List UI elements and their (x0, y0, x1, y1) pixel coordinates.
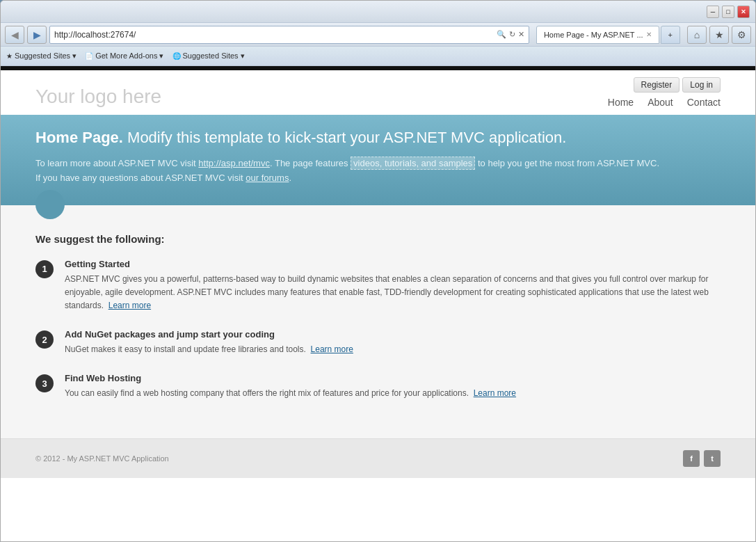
page-area: Your logo here Register Log in Home Abou… (1, 66, 755, 541)
header-right: Register Log in Home About Contact (608, 77, 721, 108)
address-icons: 🔍 ↻ ✕ (497, 30, 524, 39)
step-link-3[interactable]: Learn more (474, 388, 516, 398)
favorites-button[interactable]: ★ (709, 26, 729, 44)
site-logo: Your logo here (35, 86, 161, 108)
site-container: Your logo here Register Log in Home Abou… (1, 70, 755, 541)
search-icon: 🔍 (497, 30, 506, 39)
twitter-icon[interactable]: t (704, 450, 721, 467)
step-link-2[interactable]: Learn more (311, 344, 353, 354)
step-number-1: 1 (35, 260, 54, 278)
close-nav-icon[interactable]: ✕ (518, 30, 524, 39)
hero-bubble (35, 190, 65, 219)
nav-right-icons: ⌂ ★ ⚙ (687, 26, 751, 44)
hero-desc1: To learn more about ASP.NET MVC visit (35, 158, 198, 168)
main-content: We suggest the following: 1 Getting Star… (1, 205, 755, 438)
suggest-title: We suggest the following: (35, 233, 721, 245)
minimize-button[interactable]: ─ (707, 6, 719, 18)
fav-item-3[interactable]: 🌐 Suggested Sites ▾ (172, 51, 245, 61)
step-content-3: Find Web Hosting You can easily find a w… (65, 373, 516, 400)
step-desc-text-2: NuGet makes it easy to install and updat… (65, 344, 306, 354)
auth-links: Register Log in (634, 77, 721, 93)
nav-home[interactable]: Home (608, 97, 634, 108)
fav-item-2[interactable]: 📄 Get More Add-ons ▾ (85, 51, 163, 61)
refresh-icon[interactable]: ↻ (509, 30, 515, 39)
fav-star-icon-1: ★ (6, 52, 13, 60)
step-desc-3: You can easily find a web hosting compan… (65, 387, 516, 400)
fav-doc-icon: 📄 (85, 52, 93, 60)
fav-label-2: Get More Add-ons ▾ (95, 51, 163, 61)
register-button[interactable]: Register (634, 77, 680, 93)
hero-title-bold: Home Page. (35, 129, 123, 146)
active-tab[interactable]: Home Page - My ASP.NET ... ✕ (536, 26, 659, 44)
login-button[interactable]: Log in (682, 77, 721, 93)
hero-title: Home Page. Modify this template to kick-… (35, 129, 721, 147)
address-bar[interactable]: http://localhost:27674/ 🔍 ↻ ✕ (49, 26, 529, 44)
hero-title-rest: Modify this template to kick-start your … (127, 129, 566, 146)
tab-label: Home Page - My ASP.NET ... (544, 31, 643, 39)
nav-contact[interactable]: Contact (687, 97, 721, 108)
step-number-2: 2 (35, 330, 54, 349)
step-item-1: 1 Getting Started ASP.NET MVC gives you … (35, 259, 721, 313)
step-content-2: Add NuGet packages and jump start your c… (65, 329, 353, 356)
tab-close-button[interactable]: ✕ (646, 31, 652, 38)
step-link-1[interactable]: Learn more (108, 301, 151, 310)
step-desc-1: ASP.NET MVC gives you a powerful, patter… (65, 273, 721, 313)
maximize-button[interactable]: □ (722, 6, 734, 18)
fav-label-1: Suggested Sites ▾ (15, 51, 77, 61)
hero-link-mvc[interactable]: http://asp.net/mvc (198, 158, 270, 168)
hero-text: To learn more about ASP.NET MVC visit ht… (35, 157, 661, 186)
step-title-3: Find Web Hosting (65, 373, 516, 383)
close-button[interactable]: ✕ (737, 6, 750, 18)
step-desc-2: NuGet makes it easy to install and updat… (65, 343, 353, 356)
footer-social: f t (683, 450, 721, 467)
back-button[interactable]: ◀ (5, 26, 24, 44)
tab-bar: Home Page - My ASP.NET ... ✕ + (536, 26, 680, 44)
new-tab-button[interactable]: + (661, 26, 680, 44)
settings-button[interactable]: ⚙ (732, 26, 751, 44)
site-nav: Home About Contact (608, 97, 721, 108)
fav-item-1[interactable]: ★ Suggested Sites ▾ (6, 51, 77, 61)
home-button[interactable]: ⌂ (687, 26, 707, 44)
hero-banner: Home Page. Modify this template to kick-… (1, 115, 755, 205)
facebook-icon[interactable]: f (683, 450, 700, 467)
new-tab-label: + (668, 31, 673, 39)
hero-desc2: . The page features (270, 158, 351, 168)
step-content-1: Getting Started ASP.NET MVC gives you a … (65, 259, 721, 313)
step-title-1: Getting Started (65, 259, 721, 269)
step-title-2: Add NuGet packages and jump start your c… (65, 329, 353, 340)
step-number-3: 3 (35, 374, 54, 392)
site-header: Your logo here Register Log in Home Abou… (1, 70, 755, 115)
step-item-2: 2 Add NuGet packages and jump start your… (35, 329, 721, 356)
fav-globe-icon: 🌐 (172, 52, 181, 60)
step-desc-text-1: ASP.NET MVC gives you a powerful, patter… (65, 274, 709, 310)
step-item-3: 3 Find Web Hosting You can easily find a… (35, 373, 721, 400)
hero-desc4: . (289, 173, 291, 183)
hero-link-forums[interactable]: our forums (246, 173, 289, 183)
favorites-bar: ★ Suggested Sites ▾ 📄 Get More Add-ons ▾… (1, 47, 755, 66)
hero-highlight: videos, tutorials, and samples (351, 157, 475, 170)
address-text: http://localhost:27674/ (54, 30, 494, 40)
window-controls: ─ □ ✕ (707, 6, 750, 18)
browser-window: ─ □ ✕ ◀ ▶ http://localhost:27674/ 🔍 ↻ ✕ … (0, 0, 756, 542)
title-bar: ─ □ ✕ (1, 1, 755, 23)
nav-about[interactable]: About (648, 97, 673, 108)
forward-button[interactable]: ▶ (27, 26, 47, 44)
footer-copy: © 2012 - My ASP.NET MVC Application (35, 454, 169, 463)
fav-label-3: Suggested Sites ▾ (183, 51, 245, 61)
site-footer: © 2012 - My ASP.NET MVC Application f t (1, 438, 755, 478)
step-desc-text-3: You can easily find a web hosting compan… (65, 388, 469, 398)
nav-bar: ◀ ▶ http://localhost:27674/ 🔍 ↻ ✕ Home P… (1, 23, 755, 47)
